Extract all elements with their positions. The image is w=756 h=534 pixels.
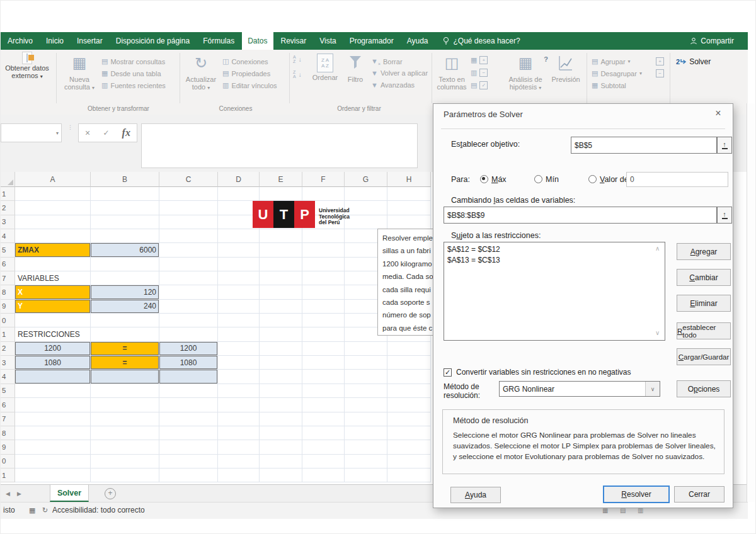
cell-G17[interactable] [345, 412, 387, 426]
cell-E11[interactable] [260, 327, 302, 341]
cell-G3[interactable] [345, 215, 387, 229]
cell-F12[interactable] [302, 342, 345, 356]
cell-C12[interactable]: 1200 [159, 342, 218, 356]
insert-function-icon[interactable]: fx [122, 127, 130, 139]
cell-D10[interactable] [218, 314, 260, 327]
advanced-filter-button[interactable]: ▼Avanzadas [371, 81, 415, 89]
reset-all-button[interactable]: Restablecer todo [677, 322, 731, 339]
cell-G2[interactable] [345, 201, 387, 215]
cell-B1[interactable] [91, 187, 159, 201]
sheet-nav-left-icon[interactable]: ◀ [6, 491, 10, 497]
cell-E4[interactable] [260, 229, 302, 243]
cell-H13[interactable] [387, 356, 431, 370]
solving-method-select[interactable]: GRG Nonlinear ∨ [499, 381, 660, 397]
what-if-analysis-button[interactable]: ▦? Análisis dehipótesis ▾ [505, 52, 546, 92]
cell-B13[interactable]: = [91, 356, 159, 370]
share-button[interactable]: Compartir [690, 32, 734, 50]
group-button[interactable]: ▤Agrupar▾ [592, 57, 631, 65]
sort-az-button[interactable]: AZ↓ [293, 55, 302, 64]
ribbon-tab-vista[interactable]: Vista [314, 32, 341, 50]
cell-H19[interactable] [387, 440, 431, 454]
forecast-button[interactable]: Previsión [549, 52, 583, 83]
objective-input[interactable]: $B$5 [571, 137, 717, 154]
cell-E10[interactable] [260, 314, 302, 327]
cell-B16[interactable] [91, 398, 159, 412]
cell-B4[interactable] [91, 229, 159, 243]
delete-constraint-button[interactable]: Eliminar [677, 295, 731, 312]
combo-caret-icon[interactable]: ∨ [645, 382, 660, 396]
sheet-tab-solver[interactable]: Solver [50, 485, 89, 502]
text-to-columns-button[interactable]: ◫ Texto encolumnas [435, 52, 468, 91]
cell-E6[interactable] [260, 258, 302, 271]
cell-B18[interactable] [91, 426, 159, 440]
row-header-9[interactable]: 9 [1, 300, 15, 314]
cell-C16[interactable] [159, 398, 218, 412]
cell-F21[interactable] [302, 469, 345, 482]
ribbon-tab-inicio[interactable]: Inicio [40, 32, 69, 50]
cell-C5[interactable] [159, 243, 218, 257]
cell-F4[interactable] [302, 229, 345, 243]
cell-E21[interactable] [260, 469, 302, 482]
row-header-1[interactable]: 1 [1, 187, 15, 201]
non-negative-checkbox[interactable]: ✓ [444, 368, 452, 377]
cell-A18[interactable] [15, 426, 91, 440]
row-header-14[interactable]: 4 [1, 370, 15, 383]
close-button[interactable]: Cerrar [674, 486, 724, 503]
radio-min-label[interactable]: Mín [546, 175, 559, 184]
cell-G16[interactable] [345, 398, 387, 412]
cell-H15[interactable] [387, 384, 431, 398]
scroll-down-icon[interactable]: ∨ [655, 329, 660, 336]
cell-D13[interactable] [218, 356, 260, 370]
radio-min[interactable] [534, 175, 542, 183]
close-icon[interactable]: × [711, 108, 725, 119]
ribbon-tab-ayuda[interactable]: Ayuda [401, 32, 434, 50]
tell-me-box[interactable]: ¿Qué desea hacer? [442, 32, 520, 50]
cell-C6[interactable] [159, 258, 218, 271]
cell-H2[interactable] [387, 201, 431, 215]
cell-E13[interactable] [260, 356, 302, 370]
cell-A21[interactable] [15, 469, 91, 482]
cell-H16[interactable] [387, 398, 431, 412]
refresh-all-button[interactable]: ↻ Actualizartodo ▾ [183, 52, 219, 92]
row-header-6[interactable]: 6 [1, 258, 15, 271]
cell-C11[interactable] [159, 327, 218, 341]
cell-E18[interactable] [260, 426, 302, 440]
cell-D15[interactable] [218, 384, 260, 398]
cell-B19[interactable] [91, 440, 159, 454]
cell-H18[interactable] [387, 426, 431, 440]
macro-record-icon[interactable]: ▦ [29, 506, 35, 514]
cell-D21[interactable] [218, 469, 260, 482]
new-query-button[interactable]: ▦ Nuevaconsulta ▾ [60, 52, 99, 92]
cell-C7[interactable] [159, 271, 218, 285]
cell-F16[interactable] [302, 398, 345, 412]
cell-H14[interactable] [387, 370, 431, 383]
cell-A10[interactable] [15, 314, 91, 327]
name-box-caret-icon[interactable]: ▾ [56, 130, 59, 136]
row-header-8[interactable]: 8 [1, 285, 15, 299]
column-header-B[interactable]: B [91, 172, 159, 187]
vertical-scrollbar[interactable] [747, 103, 756, 502]
cell-C19[interactable] [159, 440, 218, 454]
cell-E9[interactable] [260, 300, 302, 314]
enter-check-icon[interactable]: ✓ [103, 128, 109, 137]
cell-F14[interactable] [302, 370, 345, 383]
cell-C21[interactable] [159, 469, 218, 482]
from-table-button[interactable]: ▦Desde una tabla [101, 69, 161, 77]
cell-A8[interactable]: X [15, 285, 91, 299]
column-header-D[interactable]: D [218, 172, 260, 187]
constraint-item-1[interactable]: $A$12 = $C$12 [447, 244, 662, 255]
cell-B21[interactable] [91, 469, 159, 482]
cell-A14[interactable] [15, 370, 91, 383]
cell-B15[interactable] [91, 384, 159, 398]
load-save-button[interactable]: Cargar/Guardar [677, 348, 731, 365]
cell-E14[interactable] [260, 370, 302, 383]
cell-C10[interactable] [159, 314, 218, 327]
cell-A16[interactable] [15, 398, 91, 412]
cell-G15[interactable] [345, 384, 387, 398]
cell-D11[interactable] [218, 327, 260, 341]
cell-A3[interactable] [15, 215, 91, 229]
radio-max-label[interactable]: Máx [491, 175, 507, 184]
remove-duplicates-icon[interactable]: ▥− [471, 69, 488, 77]
formula-input[interactable] [141, 123, 418, 168]
row-header-5[interactable]: 5 [1, 243, 15, 257]
